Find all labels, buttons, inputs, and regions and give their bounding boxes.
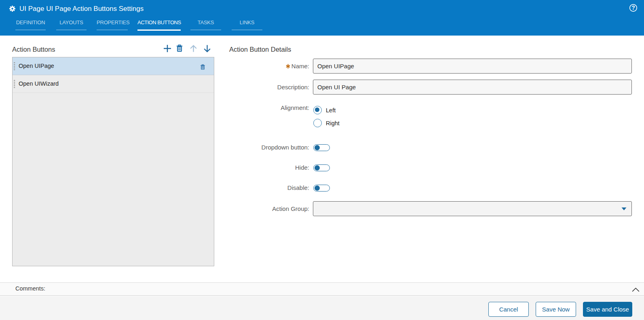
svg-text:?: ? [631,4,635,11]
